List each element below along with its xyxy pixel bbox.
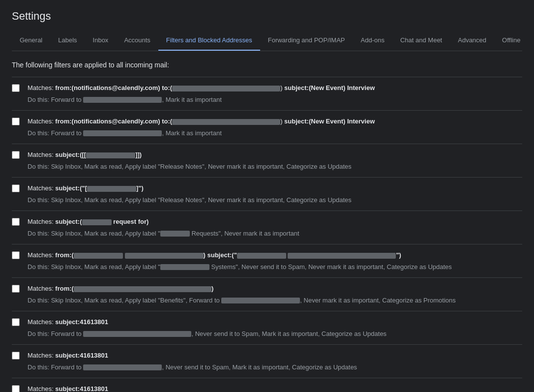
tab-offline[interactable]: Offline: [494, 30, 522, 51]
filter-checkbox-8[interactable]: [12, 318, 20, 326]
filter-matches-8: Matches: subject:41613801: [28, 317, 522, 327]
page-title: Settings: [12, 10, 522, 23]
filters-description: The following filters are applied to all…: [12, 61, 522, 69]
filter-content-3: Matches: subject:([[]]) Do this: Skip In…: [28, 150, 522, 171]
filter-checkbox-4[interactable]: [12, 184, 20, 192]
filter-action-7: Do this: Skip Inbox, Mark as read, Apply…: [28, 296, 522, 305]
filter-content-2: Matches: from:(notifications@calendly.co…: [28, 117, 522, 138]
filter-matches-3: Matches: subject:([[]]): [28, 150, 522, 160]
filter-matches-10: Matches: subject:41613801: [28, 384, 522, 392]
filter-action-2: Do this: Forward to , Mark it as importa…: [28, 128, 522, 138]
filter-matches-7: Matches: from:(): [28, 284, 522, 294]
filter-row: Matches: subject:([[]]) Do this: Skip In…: [12, 144, 522, 177]
filter-content-1: Matches: from:(notifications@calendly.co…: [28, 83, 522, 104]
filter-content-6: Matches: from:( ) subject:(" ") Do this:…: [28, 250, 522, 271]
filter-row: Matches: from:( ) subject:(" ") Do this:…: [12, 244, 522, 277]
filter-checkbox-5[interactable]: [12, 218, 20, 226]
filter-matches-1: Matches: from:(notifications@calendly.co…: [28, 83, 522, 93]
tab-accounts[interactable]: Accounts: [116, 30, 158, 51]
filter-action-1: Do this: Forward to , Mark it as importa…: [28, 95, 522, 105]
filter-row: Matches: from:() Do this: Skip Inbox, Ma…: [12, 277, 522, 311]
filter-action-3: Do this: Skip Inbox, Mark as read, Apply…: [28, 162, 522, 172]
filter-checkbox-1[interactable]: [12, 84, 20, 92]
filter-row: Matches: from:(notifications@calendly.co…: [12, 77, 522, 110]
filter-list: Matches: from:(notifications@calendly.co…: [12, 77, 522, 392]
filter-matches-2: Matches: from:(notifications@calendly.co…: [28, 117, 522, 126]
filter-content-4: Matches: subject:("[]") Do this: Skip In…: [28, 183, 522, 205]
filter-action-8: Do this: Forward to , Never send it to S…: [28, 329, 522, 339]
settings-header: Settings General Labels Inbox Accounts F…: [0, 0, 534, 51]
filter-checkbox-2[interactable]: [12, 118, 20, 125]
filter-row: Matches: subject:41613801 Do this: Forwa…: [12, 378, 522, 392]
tab-inbox[interactable]: Inbox: [85, 30, 117, 51]
filter-row: Matches: subject:41613801 Do this: Forwa…: [12, 311, 522, 344]
tab-addons[interactable]: Add-ons: [353, 30, 392, 51]
filter-content-7: Matches: from:() Do this: Skip Inbox, Ma…: [28, 284, 522, 305]
filter-row: Matches: subject:( request for) Do this:…: [12, 211, 522, 244]
filter-content-9: Matches: subject:41613801 Do this: Forwa…: [28, 351, 522, 372]
filter-row: Matches: subject:("[]") Do this: Skip In…: [12, 177, 522, 211]
filter-matches-6: Matches: from:( ) subject:(" "): [28, 250, 522, 260]
filter-action-6: Do this: Skip Inbox, Mark as read, Apply…: [28, 262, 522, 272]
filter-action-4: Do this: Skip Inbox, Mark as read, Apply…: [28, 195, 522, 205]
filter-matches-5: Matches: subject:( request for): [28, 217, 522, 227]
filter-checkbox-6[interactable]: [12, 251, 20, 259]
tab-advanced[interactable]: Advanced: [450, 30, 494, 51]
filter-content-8: Matches: subject:41613801 Do this: Forwa…: [28, 317, 522, 338]
tab-filters[interactable]: Filters and Blocked Addresses: [158, 30, 260, 51]
filter-matches-4: Matches: subject:("[]"): [28, 183, 522, 193]
filters-content: The following filters are applied to all…: [0, 51, 534, 392]
filter-action-5: Do this: Skip Inbox, Mark as read, Apply…: [28, 229, 522, 239]
filter-content-5: Matches: subject:( request for) Do this:…: [28, 217, 522, 238]
filter-content-10: Matches: subject:41613801 Do this: Forwa…: [28, 384, 522, 392]
filter-row: Matches: from:(notifications@calendly.co…: [12, 110, 522, 144]
tab-forwarding[interactable]: Forwarding and POP/IMAP: [260, 30, 353, 51]
filter-matches-9: Matches: subject:41613801: [28, 351, 522, 361]
filter-checkbox-10[interactable]: [12, 385, 20, 392]
filter-checkbox-3[interactable]: [12, 151, 20, 159]
filter-checkbox-9[interactable]: [12, 352, 20, 360]
tab-chat[interactable]: Chat and Meet: [392, 30, 450, 51]
tab-labels[interactable]: Labels: [50, 30, 85, 51]
settings-nav: General Labels Inbox Accounts Filters an…: [12, 30, 522, 51]
filter-checkbox-7[interactable]: [12, 285, 20, 293]
filter-row: Matches: subject:41613801 Do this: Forwa…: [12, 344, 522, 378]
filter-action-9: Do this: Forward to , Never send it to S…: [28, 362, 522, 372]
tab-general[interactable]: General: [12, 30, 50, 51]
